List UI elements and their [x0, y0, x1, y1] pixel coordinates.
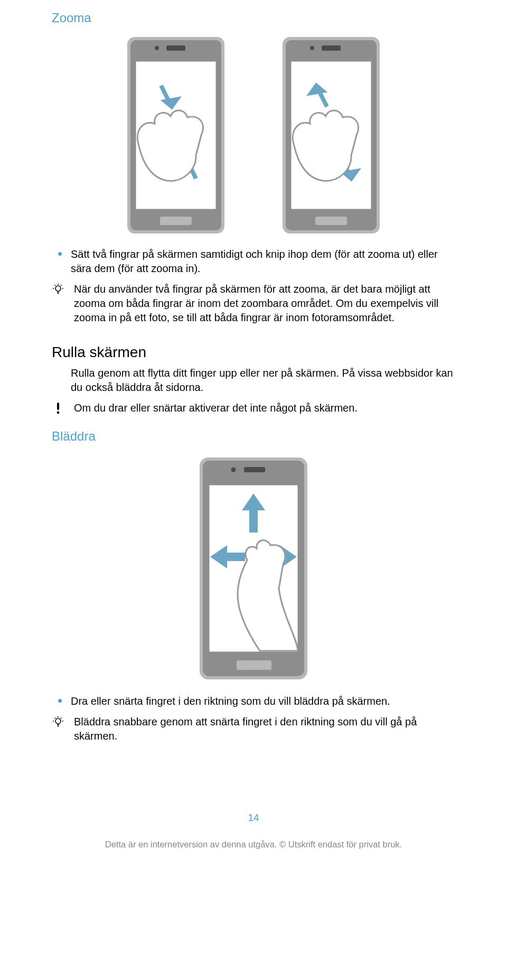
heading-flick: Bläddra: [52, 429, 455, 444]
warning-scroll-text: Om du drar eller snärtar aktiverar det i…: [74, 401, 455, 415]
body-scroll: Rulla genom att flytta ditt finger upp e…: [52, 366, 455, 395]
page: Zooma: [0, 0, 507, 980]
svg-rect-35: [237, 660, 271, 670]
svg-rect-13: [322, 45, 341, 51]
svg-line-25: [61, 285, 62, 286]
illustration-flick-wrap: [52, 455, 455, 683]
svg-point-29: [57, 412, 60, 414]
illustration-pinch-row: [52, 35, 455, 236]
svg-line-49: [61, 718, 62, 719]
bullet-list-flick: Dra eller snärta fingret i den riktning …: [52, 694, 455, 708]
svg-rect-28: [57, 403, 59, 410]
svg-rect-36: [249, 508, 258, 533]
tip-zoom-row: När du använder två fingrar på skärmen f…: [52, 282, 455, 325]
illustration-pinch-in: [118, 35, 234, 236]
svg-rect-15: [315, 217, 347, 225]
footer-text: Detta är en internetversion av denna utg…: [52, 839, 455, 859]
svg-rect-5: [160, 217, 192, 225]
heading-scroll: Rulla skärmen: [52, 344, 455, 361]
exclamation-icon: [52, 401, 64, 415]
svg-point-44: [55, 718, 61, 724]
tip-flick-row: Bläddra snabbare genom att snärta fingre…: [52, 715, 455, 743]
svg-point-20: [55, 286, 61, 291]
lightbulb-icon: [52, 715, 64, 727]
warning-scroll-row: Om du drar eller snärtar aktiverar det i…: [52, 401, 455, 415]
svg-line-24: [55, 285, 56, 286]
lightbulb-icon: [52, 282, 64, 295]
heading-zoom: Zooma: [52, 11, 455, 25]
bullet-zoom-item: Sätt två fingrar på skärmen samtidigt oc…: [52, 247, 455, 276]
tip-flick-text: Bläddra snabbare genom att snärta fingre…: [74, 715, 455, 743]
svg-point-4: [155, 46, 159, 50]
svg-line-48: [55, 718, 56, 719]
bullet-flick-item: Dra eller snärta fingret i den riktning …: [52, 694, 455, 708]
bullet-list-zoom: Sätt två fingrar på skärmen samtidigt oc…: [52, 247, 455, 276]
illustration-pinch-out: [273, 35, 389, 236]
svg-rect-33: [244, 467, 265, 472]
svg-point-34: [231, 468, 236, 472]
svg-point-14: [310, 46, 314, 50]
page-number: 14: [52, 812, 455, 824]
tip-zoom-text: När du använder två fingrar på skärmen f…: [74, 282, 455, 325]
illustration-flick: [185, 455, 322, 683]
svg-rect-3: [166, 45, 185, 51]
